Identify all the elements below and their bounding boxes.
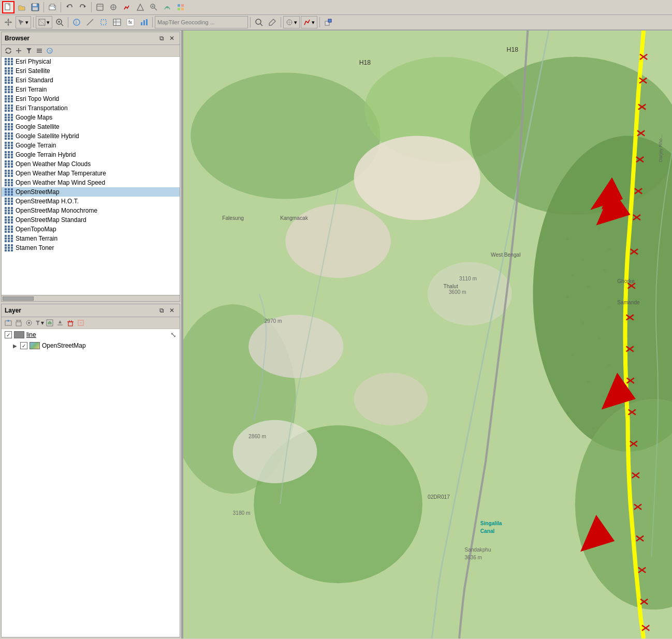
browser-collapse-btn[interactable] (35, 46, 44, 55)
browser-item-icon (5, 105, 13, 112)
layer-panel: Layer ⧉ ✕ ▾ (1, 304, 180, 637)
pan-button[interactable] (2, 16, 14, 28)
browser-item-openstreetmap-mono[interactable]: OpenStreetMap Monochrome (2, 206, 180, 215)
svg-text:✦: ✦ (580, 320, 586, 327)
toolbar-btn-8[interactable] (148, 1, 160, 13)
svg-text:Falesung: Falesung (222, 215, 244, 221)
geocoding-input[interactable] (155, 16, 248, 28)
svg-point-97 (233, 420, 317, 483)
svg-rect-46 (141, 22, 142, 25)
select-feature-button[interactable] (97, 16, 110, 28)
map-area[interactable]: ✦ (183, 31, 672, 638)
layer-item-line-layer[interactable]: line⤡ (2, 329, 180, 340)
toolbar-btn-6[interactable] (121, 1, 133, 13)
identify-button[interactable]: i (70, 16, 83, 28)
svg-marker-75 (36, 321, 40, 325)
layer-remove-btn[interactable] (14, 318, 23, 328)
open-project-button[interactable] (16, 1, 28, 13)
svg-text:Ghorke: Ghorke (617, 278, 635, 284)
toolbar-btn-9[interactable] (161, 1, 173, 13)
browser-item-stamen-toner[interactable]: Stamen Toner (2, 243, 180, 252)
browser-hscrollbar[interactable] (2, 295, 180, 301)
browser-item-openstreetmap-hot[interactable]: OpenStreetMap H.O.T. (2, 197, 180, 206)
select-dropdown[interactable]: ▾ (16, 16, 31, 28)
browser-item-esri-transportation[interactable]: Esri Transportation (2, 103, 180, 113)
zoom-dropdown[interactable]: ▾ (36, 16, 52, 28)
svg-point-98 (354, 373, 428, 425)
browser-item-stamen-terrain[interactable]: Stamen Terrain (2, 234, 180, 243)
layer-item-label: OpenStreetMap (42, 342, 86, 349)
browser-item-google-satellite-hybrid[interactable]: Google Satellite Hybrid (2, 131, 180, 141)
browser-item-openstreetmap-standard[interactable]: OpenStreetMap Standard (2, 215, 180, 225)
field-calc-button[interactable]: fx (124, 16, 137, 28)
browser-item-open-weather-temperature[interactable]: Open Weather Map Temperature (2, 169, 180, 178)
svg-point-49 (256, 19, 261, 24)
browser-close-btn[interactable]: ✕ (167, 34, 177, 43)
layer-restore-btn[interactable]: ⧉ (157, 306, 166, 315)
browser-restore-btn[interactable]: ⧉ (157, 34, 166, 43)
layer-add-btn[interactable] (4, 318, 13, 328)
svg-line-30 (39, 19, 45, 25)
toolbar-btn-4[interactable] (94, 1, 106, 13)
undo-button[interactable] (63, 1, 76, 13)
browser-item-open-weather-clouds[interactable]: Open Weather Map Clouds (2, 159, 180, 169)
search-button[interactable] (253, 16, 265, 28)
toolbar-btn-7[interactable] (134, 1, 147, 13)
browser-item-esri-satellite[interactable]: Esri Satellite (2, 66, 180, 76)
save-button[interactable] (29, 1, 41, 13)
layer-zoom-btn[interactable] (45, 318, 54, 328)
layer-stat-button[interactable] (138, 16, 150, 28)
browser-item-icon (5, 58, 13, 65)
browser-item-esri-topo-world[interactable]: Esri Topo World (2, 94, 180, 103)
layer-expand-arrow[interactable]: ▶ (13, 343, 17, 349)
browser-item-google-maps[interactable]: Google Maps (2, 113, 180, 122)
layer-style-btn[interactable] (24, 318, 34, 328)
svg-text:Kangmacak: Kangmacak (280, 215, 309, 221)
browser-refresh-btn[interactable] (4, 46, 13, 55)
svg-line-19 (154, 8, 157, 10)
open-table-button[interactable] (111, 16, 123, 28)
plugin-button[interactable] (322, 16, 334, 28)
zoom-in-button[interactable] (53, 16, 66, 28)
browser-item-esri-terrain[interactable]: Esri Terrain (2, 85, 180, 94)
layer-up-btn[interactable] (55, 318, 65, 328)
print-button[interactable] (46, 1, 59, 13)
digitize-dropdown[interactable]: ▾ (301, 16, 317, 28)
browser-hscrollbar-thumb[interactable] (3, 296, 34, 301)
browser-help-btn[interactable]: ? (45, 46, 54, 55)
browser-filter-btn[interactable] (24, 46, 34, 55)
browser-item-esri-standard[interactable]: Esri Standard (2, 76, 180, 85)
svg-marker-16 (137, 4, 143, 10)
browser-item-google-terrain[interactable]: Google Terrain (2, 141, 180, 150)
toolbar-btn-5[interactable] (107, 1, 120, 13)
browser-item-esri-physical[interactable]: Esri Physical (2, 57, 180, 66)
measure-button[interactable] (84, 16, 96, 28)
svg-text:Sandakphu: Sandakphu (464, 547, 491, 553)
svg-text:3636 m: 3636 m (464, 555, 482, 560)
sep1 (43, 2, 44, 12)
browser-item-openstreetmap[interactable]: OpenStreetMap (2, 187, 180, 197)
layer-visibility-checkbox[interactable] (5, 331, 12, 338)
layer-close-btn[interactable]: ✕ (167, 306, 177, 315)
browser-item-opentopo[interactable]: OpenTopoMap (2, 225, 180, 234)
toolbar-btn-10[interactable] (174, 1, 187, 13)
layer-delete-btn[interactable] (66, 318, 75, 328)
layer-visibility-checkbox[interactable] (20, 342, 27, 349)
layer-resize-icon: ⤡ (170, 331, 177, 339)
layer-title: Layer (5, 307, 21, 314)
browser-item-google-satellite[interactable]: Google Satellite (2, 122, 180, 131)
svg-text:i: i (76, 20, 77, 25)
edit-button[interactable] (266, 16, 279, 28)
layer-item-osm-layer[interactable]: ▶OpenStreetMap (2, 340, 180, 351)
layer-info-btn[interactable] (76, 318, 85, 328)
browser-item-google-terrain-hybrid[interactable]: Google Terrain Hybrid (2, 150, 180, 159)
svg-text:2970 m: 2970 m (265, 318, 282, 324)
layer-filter-dropdown[interactable]: ▾ (35, 318, 44, 328)
svg-rect-79 (68, 322, 72, 326)
new-project-button[interactable] (2, 1, 14, 13)
snap-dropdown[interactable]: ▾ (283, 16, 300, 28)
browser-add-btn[interactable] (14, 46, 23, 55)
redo-button[interactable] (77, 1, 89, 13)
browser-item-label: Esri Standard (16, 77, 53, 84)
browser-item-open-weather-wind[interactable]: Open Weather Map Wind Speed (2, 178, 180, 187)
